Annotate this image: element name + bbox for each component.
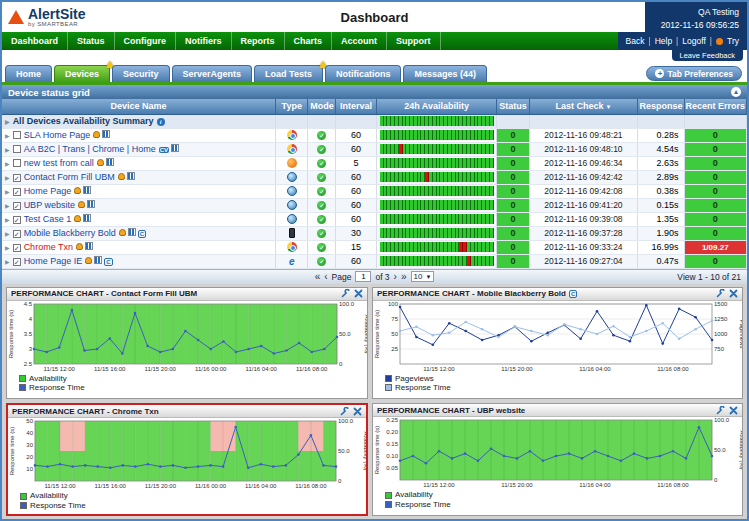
- bell-icon[interactable]: [74, 187, 81, 194]
- device-name-link[interactable]: Test Case 1: [24, 214, 72, 224]
- row-checkbox[interactable]: [13, 159, 21, 167]
- collapse-panel-button[interactable]: ▴: [731, 87, 741, 97]
- nav-item-status[interactable]: Status: [68, 32, 115, 50]
- device-name-link[interactable]: Home Page: [24, 186, 72, 196]
- bell-icon[interactable]: [85, 257, 92, 264]
- device-name-link[interactable]: Home Page IE: [24, 256, 83, 266]
- tab-home[interactable]: Home: [5, 65, 52, 82]
- tab-load-tests[interactable]: Load Tests: [254, 65, 323, 82]
- last-page-button[interactable]: »: [401, 272, 407, 282]
- expander-icon[interactable]: ▶: [5, 175, 10, 181]
- tab-devices[interactable]: Devices: [54, 65, 110, 82]
- device-name-link[interactable]: AA B2C | Trans | Chrome | Home: [24, 144, 156, 154]
- logoff-link[interactable]: Logoff: [682, 36, 705, 46]
- col-status[interactable]: Status: [497, 99, 529, 114]
- device-name-link[interactable]: Chrome Txn: [24, 242, 73, 252]
- close-icon[interactable]: [354, 289, 363, 298]
- cv-badge[interactable]: CV: [159, 147, 169, 153]
- nav-item-reports[interactable]: Reports: [232, 32, 285, 50]
- col-device-name[interactable]: Device Name: [2, 99, 276, 114]
- chart-icon[interactable]: [85, 242, 93, 250]
- expander-icon[interactable]: ▶: [5, 133, 10, 139]
- nav-item-dashboard[interactable]: Dashboard: [2, 32, 68, 50]
- expander-icon[interactable]: ▶: [5, 189, 10, 195]
- chart-icon[interactable]: [106, 158, 114, 166]
- close-icon[interactable]: [729, 406, 738, 415]
- back-link[interactable]: Back: [626, 36, 645, 46]
- first-page-button[interactable]: «: [315, 272, 321, 282]
- nav-item-support[interactable]: Support: [387, 32, 441, 50]
- device-name-link[interactable]: Contact Form Fill UBM: [24, 172, 115, 182]
- wrench-icon[interactable]: [341, 289, 350, 298]
- device-name-link[interactable]: UBP website: [24, 200, 75, 210]
- bell-icon[interactable]: [78, 201, 85, 208]
- row-checkbox[interactable]: [13, 131, 21, 139]
- table-row: ▶AA B2C | Trans | Chrome | HomeCV✓600201…: [2, 142, 747, 156]
- tab-security[interactable]: Security: [112, 65, 170, 82]
- bell-icon[interactable]: [118, 173, 125, 180]
- row-checkbox[interactable]: ✓: [13, 258, 21, 266]
- prev-page-button[interactable]: ‹: [324, 272, 327, 282]
- chart-icon[interactable]: [83, 214, 91, 222]
- expander-icon[interactable]: ▶: [5, 203, 10, 209]
- nav-item-notifiers[interactable]: Notifiers: [176, 32, 232, 50]
- col-type[interactable]: Type: [276, 99, 308, 114]
- bell-icon[interactable]: [93, 131, 100, 138]
- expander-icon[interactable]: ▶: [5, 147, 10, 153]
- expander-icon[interactable]: ▶: [5, 245, 10, 251]
- close-icon[interactable]: [353, 407, 362, 416]
- page-size-select[interactable]: 10 ▼: [411, 271, 435, 282]
- col-interval[interactable]: Interval: [336, 99, 376, 114]
- leave-feedback-button[interactable]: Leave Feedback: [672, 50, 743, 61]
- info-icon[interactable]: i: [157, 118, 165, 126]
- c-badge[interactable]: C: [138, 230, 146, 238]
- device-name-link[interactable]: new test from call: [24, 158, 94, 168]
- chart-icon[interactable]: [171, 144, 179, 152]
- expander-icon[interactable]: ▶: [5, 259, 10, 265]
- wrench-icon[interactable]: [340, 407, 349, 416]
- row-checkbox[interactable]: ✓: [13, 216, 21, 224]
- row-checkbox[interactable]: ✓: [13, 202, 21, 210]
- tab-serveragents[interactable]: ServerAgents: [172, 65, 253, 82]
- chart-icon[interactable]: [87, 200, 95, 208]
- col-last-check[interactable]: Last Check▼: [529, 99, 638, 114]
- close-icon[interactable]: [729, 289, 738, 298]
- expander-icon[interactable]: ▶: [5, 217, 10, 223]
- nav-item-configure[interactable]: Configure: [115, 32, 177, 50]
- col-availability[interactable]: 24h Availability: [376, 99, 497, 114]
- bell-icon[interactable]: [76, 243, 83, 250]
- nav-item-charts[interactable]: Charts: [285, 32, 333, 50]
- bell-icon[interactable]: [74, 215, 81, 222]
- expander-icon[interactable]: ▶: [5, 231, 10, 237]
- bell-icon[interactable]: [97, 159, 104, 166]
- col-recent-errors[interactable]: Recent Errors: [684, 99, 746, 114]
- expander-icon[interactable]: ▶: [5, 161, 10, 167]
- wrench-icon[interactable]: [716, 289, 725, 298]
- row-checkbox[interactable]: ✓: [13, 230, 21, 238]
- row-checkbox[interactable]: ✓: [13, 188, 21, 196]
- row-checkbox[interactable]: [13, 145, 21, 153]
- chart-icon[interactable]: [127, 172, 135, 180]
- chart-icon[interactable]: [94, 256, 102, 264]
- expander-icon[interactable]: ▶: [5, 119, 10, 125]
- nav-item-account[interactable]: Account: [332, 32, 387, 50]
- row-checkbox[interactable]: ✓: [13, 174, 21, 182]
- c-badge[interactable]: C: [104, 258, 112, 266]
- tab-preferences-button[interactable]: + Tab Preferences: [646, 66, 742, 81]
- device-name-link[interactable]: SLA Home Page: [24, 130, 91, 140]
- col-response[interactable]: Response: [638, 99, 684, 114]
- try-link[interactable]: Try: [727, 36, 739, 46]
- tab-messages[interactable]: Messages (44): [403, 65, 487, 82]
- help-link[interactable]: Help: [655, 36, 672, 46]
- device-name-link[interactable]: Mobile Blackberry Bold: [24, 228, 116, 238]
- bell-icon[interactable]: [119, 229, 126, 236]
- chart-icon[interactable]: [128, 228, 136, 236]
- next-page-button[interactable]: ›: [394, 272, 397, 282]
- page-input[interactable]: [355, 271, 371, 282]
- wrench-icon[interactable]: [716, 406, 725, 415]
- row-checkbox[interactable]: ✓: [13, 244, 21, 252]
- chart-icon[interactable]: [102, 130, 110, 138]
- col-mode[interactable]: Mode: [308, 99, 336, 114]
- chart-icon[interactable]: [83, 186, 91, 194]
- tab-notifications[interactable]: Notifications: [325, 65, 402, 82]
